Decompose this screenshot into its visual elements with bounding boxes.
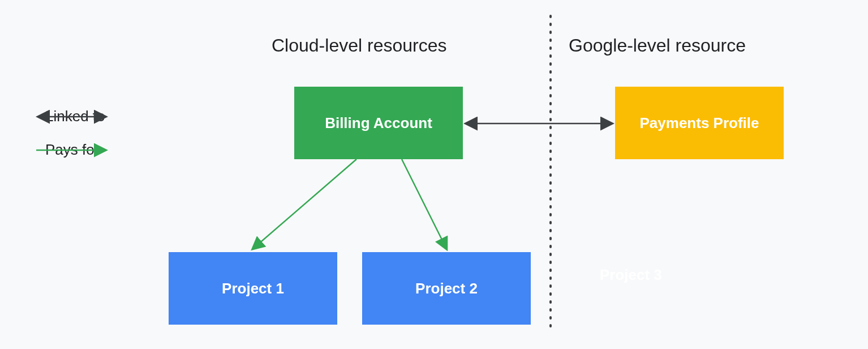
- divider-dotted: [548, 16, 553, 333]
- svg-line-3: [253, 159, 356, 249]
- pays-for-connectors: [0, 0, 868, 349]
- svg-line-4: [402, 159, 446, 249]
